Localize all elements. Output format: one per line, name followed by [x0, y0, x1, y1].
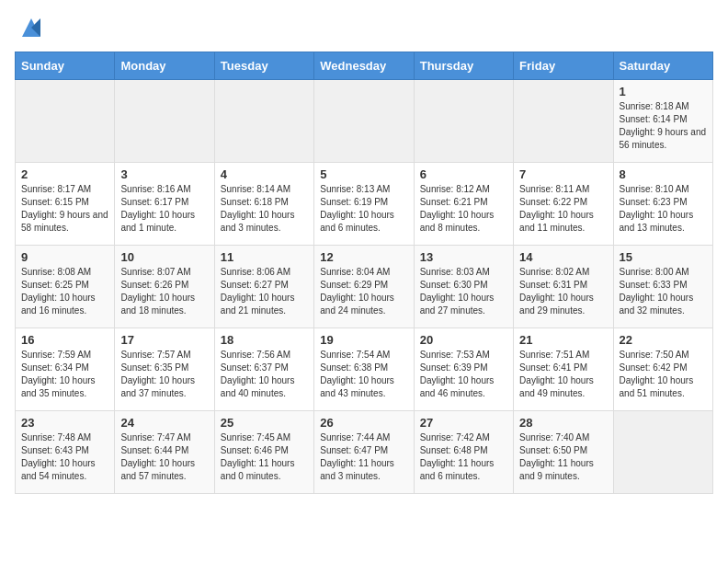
day-number: 15 — [620, 250, 707, 264]
calendar-week-row: 23Sunrise: 7:48 AM Sunset: 6:43 PM Dayli… — [16, 411, 713, 494]
page-header — [15, 15, 713, 40]
logo-icon — [18, 15, 44, 40]
calendar-table: SundayMondayTuesdayWednesdayThursdayFrid… — [15, 52, 713, 494]
calendar-cell: 28Sunrise: 7:40 AM Sunset: 6:50 PM Dayli… — [514, 411, 613, 494]
calendar-cell — [613, 411, 712, 494]
calendar-cell: 1Sunrise: 8:18 AM Sunset: 6:14 PM Daylig… — [613, 80, 712, 163]
calendar-cell — [414, 80, 513, 163]
calendar-cell — [514, 80, 613, 163]
day-of-week-header: Friday — [514, 52, 613, 80]
calendar-cell: 22Sunrise: 7:50 AM Sunset: 6:42 PM Dayli… — [613, 328, 712, 411]
day-info: Sunrise: 8:02 AM Sunset: 6:31 PM Dayligh… — [519, 266, 607, 317]
day-info: Sunrise: 8:08 AM Sunset: 6:25 PM Dayligh… — [21, 266, 108, 317]
calendar-cell: 3Sunrise: 8:16 AM Sunset: 6:17 PM Daylig… — [115, 163, 214, 246]
day-info: Sunrise: 8:12 AM Sunset: 6:21 PM Dayligh… — [420, 183, 507, 235]
calendar-week-row: 2Sunrise: 8:17 AM Sunset: 6:15 PM Daylig… — [16, 163, 713, 246]
day-number: 22 — [620, 333, 707, 347]
day-info: Sunrise: 7:40 AM Sunset: 6:50 PM Dayligh… — [519, 431, 607, 483]
calendar-cell — [115, 80, 214, 163]
day-number: 21 — [519, 333, 607, 347]
day-info: Sunrise: 8:16 AM Sunset: 6:17 PM Dayligh… — [120, 183, 208, 235]
day-number: 5 — [320, 167, 407, 181]
calendar-cell: 21Sunrise: 7:51 AM Sunset: 6:41 PM Dayli… — [514, 328, 613, 411]
day-info: Sunrise: 7:48 AM Sunset: 6:43 PM Dayligh… — [21, 431, 108, 483]
day-of-week-header: Wednesday — [314, 52, 414, 80]
calendar-cell: 27Sunrise: 7:42 AM Sunset: 6:48 PM Dayli… — [414, 411, 513, 494]
calendar-cell: 9Sunrise: 8:08 AM Sunset: 6:25 PM Daylig… — [16, 246, 115, 328]
day-info: Sunrise: 8:07 AM Sunset: 6:26 PM Dayligh… — [120, 266, 208, 317]
day-number: 26 — [320, 416, 407, 430]
day-number: 13 — [420, 250, 507, 264]
calendar-header-row: SundayMondayTuesdayWednesdayThursdayFrid… — [16, 52, 713, 80]
day-number: 2 — [21, 167, 108, 181]
day-info: Sunrise: 7:44 AM Sunset: 6:47 PM Dayligh… — [320, 431, 407, 483]
day-info: Sunrise: 7:42 AM Sunset: 6:48 PM Dayligh… — [420, 431, 507, 483]
day-info: Sunrise: 7:56 AM Sunset: 6:37 PM Dayligh… — [221, 349, 308, 400]
calendar-cell: 19Sunrise: 7:54 AM Sunset: 6:38 PM Dayli… — [314, 328, 414, 411]
day-number: 25 — [221, 416, 308, 430]
day-info: Sunrise: 7:51 AM Sunset: 6:41 PM Dayligh… — [519, 349, 607, 400]
day-number: 27 — [420, 416, 507, 430]
day-info: Sunrise: 8:13 AM Sunset: 6:19 PM Dayligh… — [320, 183, 407, 235]
calendar-cell: 26Sunrise: 7:44 AM Sunset: 6:47 PM Dayli… — [314, 411, 414, 494]
calendar-cell: 7Sunrise: 8:11 AM Sunset: 6:22 PM Daylig… — [514, 163, 613, 246]
calendar-cell: 18Sunrise: 7:56 AM Sunset: 6:37 PM Dayli… — [214, 328, 313, 411]
calendar-cell — [16, 80, 115, 163]
calendar-cell: 23Sunrise: 7:48 AM Sunset: 6:43 PM Dayli… — [16, 411, 115, 494]
calendar-cell — [314, 80, 414, 163]
day-number: 8 — [620, 167, 707, 181]
day-number: 4 — [221, 167, 308, 181]
day-number: 11 — [221, 250, 308, 264]
calendar-week-row: 16Sunrise: 7:59 AM Sunset: 6:34 PM Dayli… — [16, 328, 713, 411]
day-number: 10 — [120, 250, 208, 264]
day-info: Sunrise: 8:11 AM Sunset: 6:22 PM Dayligh… — [519, 183, 607, 235]
day-info: Sunrise: 8:10 AM Sunset: 6:23 PM Dayligh… — [620, 183, 707, 235]
day-info: Sunrise: 7:57 AM Sunset: 6:35 PM Dayligh… — [120, 349, 208, 400]
calendar-week-row: 9Sunrise: 8:08 AM Sunset: 6:25 PM Daylig… — [16, 246, 713, 328]
calendar-cell: 20Sunrise: 7:53 AM Sunset: 6:39 PM Dayli… — [414, 328, 513, 411]
day-of-week-header: Tuesday — [214, 52, 313, 80]
day-number: 7 — [519, 167, 607, 181]
calendar-cell — [214, 80, 313, 163]
logo — [15, 15, 44, 40]
day-number: 9 — [21, 250, 108, 264]
day-info: Sunrise: 8:00 AM Sunset: 6:33 PM Dayligh… — [620, 266, 707, 317]
calendar-cell: 8Sunrise: 8:10 AM Sunset: 6:23 PM Daylig… — [613, 163, 712, 246]
calendar-cell: 10Sunrise: 8:07 AM Sunset: 6:26 PM Dayli… — [115, 246, 214, 328]
day-info: Sunrise: 8:06 AM Sunset: 6:27 PM Dayligh… — [221, 266, 308, 317]
day-number: 18 — [221, 333, 308, 347]
day-number: 12 — [320, 250, 407, 264]
day-number: 20 — [420, 333, 507, 347]
day-number: 23 — [21, 416, 108, 430]
day-info: Sunrise: 7:54 AM Sunset: 6:38 PM Dayligh… — [320, 349, 407, 400]
calendar-cell: 17Sunrise: 7:57 AM Sunset: 6:35 PM Dayli… — [115, 328, 214, 411]
day-info: Sunrise: 7:47 AM Sunset: 6:44 PM Dayligh… — [120, 431, 208, 483]
day-number: 1 — [620, 85, 707, 98]
day-info: Sunrise: 7:53 AM Sunset: 6:39 PM Dayligh… — [420, 349, 507, 400]
calendar-cell: 15Sunrise: 8:00 AM Sunset: 6:33 PM Dayli… — [613, 246, 712, 328]
day-info: Sunrise: 8:03 AM Sunset: 6:30 PM Dayligh… — [420, 266, 507, 317]
day-info: Sunrise: 7:59 AM Sunset: 6:34 PM Dayligh… — [21, 349, 108, 400]
calendar-cell: 13Sunrise: 8:03 AM Sunset: 6:30 PM Dayli… — [414, 246, 513, 328]
calendar-cell: 25Sunrise: 7:45 AM Sunset: 6:46 PM Dayli… — [214, 411, 313, 494]
calendar-cell: 12Sunrise: 8:04 AM Sunset: 6:29 PM Dayli… — [314, 246, 414, 328]
calendar-cell: 2Sunrise: 8:17 AM Sunset: 6:15 PM Daylig… — [16, 163, 115, 246]
day-info: Sunrise: 8:14 AM Sunset: 6:18 PM Dayligh… — [221, 183, 308, 235]
day-number: 3 — [120, 167, 208, 181]
day-of-week-header: Sunday — [16, 52, 115, 80]
calendar-cell: 14Sunrise: 8:02 AM Sunset: 6:31 PM Dayli… — [514, 246, 613, 328]
day-of-week-header: Thursday — [414, 52, 513, 80]
calendar-cell: 11Sunrise: 8:06 AM Sunset: 6:27 PM Dayli… — [214, 246, 313, 328]
calendar-cell: 16Sunrise: 7:59 AM Sunset: 6:34 PM Dayli… — [16, 328, 115, 411]
day-number: 6 — [420, 167, 507, 181]
day-number: 19 — [320, 333, 407, 347]
day-number: 14 — [519, 250, 607, 264]
day-info: Sunrise: 8:18 AM Sunset: 6:14 PM Dayligh… — [620, 100, 707, 152]
day-of-week-header: Saturday — [613, 52, 712, 80]
day-info: Sunrise: 8:04 AM Sunset: 6:29 PM Dayligh… — [320, 266, 407, 317]
day-number: 24 — [120, 416, 208, 430]
calendar-cell: 6Sunrise: 8:12 AM Sunset: 6:21 PM Daylig… — [414, 163, 513, 246]
calendar-cell: 4Sunrise: 8:14 AM Sunset: 6:18 PM Daylig… — [214, 163, 313, 246]
calendar-cell: 5Sunrise: 8:13 AM Sunset: 6:19 PM Daylig… — [314, 163, 414, 246]
day-number: 28 — [519, 416, 607, 430]
